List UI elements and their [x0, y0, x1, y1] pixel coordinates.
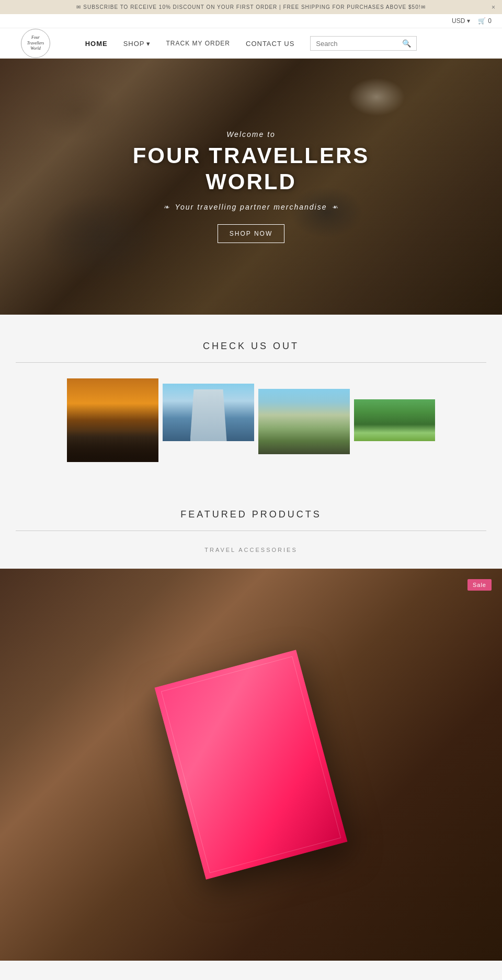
main-nav: HOME SHOP ▾ TRACK MY ORDER CONTACT US 🔍 [85, 36, 417, 51]
announcement-text: ✉ SUBSCRIBE TO RECEIVE 10% DISCOUNT ON Y… [76, 4, 425, 10]
nav-shop[interactable]: SHOP ▾ [123, 40, 151, 48]
cart-icon: 🛒 [478, 17, 486, 25]
currency-selector[interactable]: USD ▾ [452, 17, 470, 25]
currency-label: USD [452, 17, 465, 25]
nav-shop-label: SHOP [123, 40, 145, 48]
nav-home[interactable]: HOME [85, 40, 108, 48]
logo-circle: FourTravellersWorld [21, 29, 50, 58]
hero-title-line2: WORLD [206, 169, 296, 194]
gallery-image-sunset[interactable] [67, 378, 158, 462]
section-divider [16, 362, 486, 363]
logo-text: FourTravellersWorld [27, 35, 44, 51]
nav-track-order[interactable]: TRACK MY ORDER [166, 39, 230, 48]
featured-products-section: FEATURED PRODUCTS TRAVEL ACCESSORIES Sal… [0, 483, 502, 961]
cart-count: 0 [488, 17, 492, 25]
cart-button[interactable]: 🛒 0 [478, 17, 492, 25]
currency-arrow-icon: ▾ [467, 17, 470, 25]
logo[interactable]: FourTravellersWorld [21, 29, 50, 58]
search-form: 🔍 [310, 36, 417, 51]
check-us-out-section: CHECK US OUT [0, 315, 502, 483]
search-input[interactable] [316, 40, 400, 48]
gallery-image-vietnam[interactable] [258, 389, 350, 454]
announcement-bar: ✉ SUBSCRIBE TO RECEIVE 10% DISCOUNT ON Y… [0, 0, 502, 14]
gallery-grid [16, 378, 486, 462]
hero-title: FOUR TRAVELLERS WORLD [133, 143, 370, 195]
hero-content: Welcome to FOUR TRAVELLERS WORLD Your tr… [133, 130, 370, 244]
utility-bar: USD ▾ 🛒 0 [0, 14, 502, 28]
search-button[interactable]: 🔍 [402, 39, 411, 48]
hero-welcome-text: Welcome to [133, 130, 370, 139]
featured-products-title: FEATURED PRODUCTS [16, 509, 486, 520]
product-category-label: TRAVEL ACCESSORIES [16, 547, 486, 553]
hero-section: Welcome to FOUR TRAVELLERS WORLD Your tr… [0, 59, 502, 315]
product-featured-image[interactable]: Sale [0, 569, 502, 961]
gallery-image-temple[interactable] [354, 399, 435, 441]
close-announcement-button[interactable]: × [492, 4, 496, 11]
gallery-image-building[interactable] [163, 384, 254, 441]
product-pink-item [155, 650, 348, 880]
hero-subtitle: Your travelling partner merchandise [133, 203, 370, 211]
sale-badge: Sale [467, 579, 492, 591]
check-us-out-title: CHECK US OUT [16, 341, 486, 352]
header: FourTravellersWorld HOME SHOP ▾ TRACK MY… [0, 28, 502, 59]
shop-now-button[interactable]: SHOP NOW [218, 224, 284, 243]
nav-shop-arrow-icon: ▾ [146, 40, 151, 48]
nav-contact[interactable]: CONTACT US [246, 40, 294, 48]
featured-divider [16, 531, 486, 531]
hero-title-line1: FOUR TRAVELLERS [133, 143, 370, 168]
